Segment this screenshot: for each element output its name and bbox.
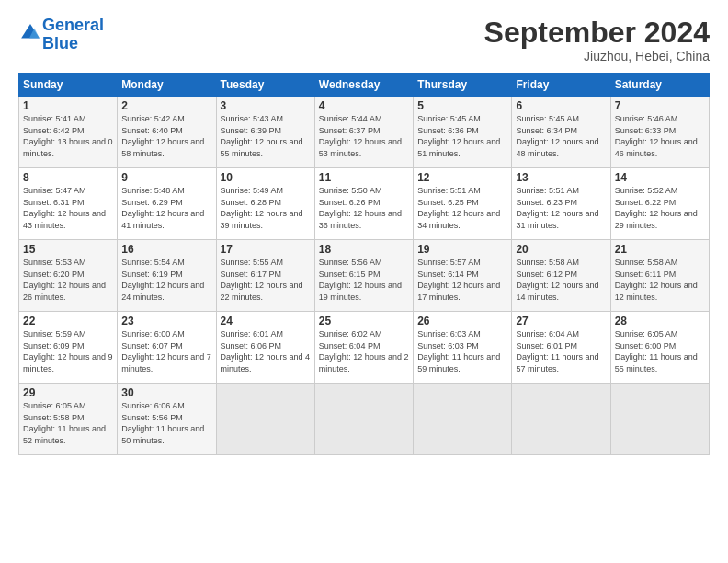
calendar-cell: 29 Sunrise: 6:05 AMSunset: 5:58 PMDaylig… [19,384,118,455]
calendar-cell: 15 Sunrise: 5:53 AMSunset: 6:20 PMDaylig… [19,240,118,312]
calendar-cell: 16 Sunrise: 5:54 AMSunset: 6:19 PMDaylig… [118,240,216,312]
day-info: Sunrise: 6:02 AMSunset: 6:04 PMDaylight:… [319,328,409,374]
day-info: Sunrise: 5:58 AMSunset: 6:12 PMDaylight:… [516,257,606,303]
day-number: 6 [516,99,606,112]
day-info: Sunrise: 5:57 AMSunset: 6:14 PMDaylight:… [417,257,507,303]
day-info: Sunrise: 6:06 AMSunset: 5:56 PMDaylight:… [121,400,211,446]
day-number: 15 [23,243,113,256]
day-info: Sunrise: 5:46 AMSunset: 6:33 PMDaylight:… [615,113,705,159]
day-number: 8 [23,171,113,184]
day-number: 25 [319,315,409,327]
month-title: September 2024 [484,17,710,49]
day-number: 21 [615,243,705,256]
day-number: 4 [319,99,409,112]
day-info: Sunrise: 6:04 AMSunset: 6:01 PMDaylight:… [516,328,606,374]
day-number: 22 [23,315,113,327]
day-info: Sunrise: 5:56 AMSunset: 6:15 PMDaylight:… [319,257,409,303]
day-info: Sunrise: 6:00 AMSunset: 6:07 PMDaylight:… [121,328,211,374]
calendar-cell: 28 Sunrise: 6:05 AMSunset: 6:00 PMDaylig… [610,312,709,384]
logo-icon [20,23,40,43]
calendar-cell: 18 Sunrise: 5:56 AMSunset: 6:15 PMDaylig… [314,240,413,312]
day-number: 18 [319,243,409,256]
day-info: Sunrise: 5:49 AMSunset: 6:28 PMDaylight:… [221,185,311,231]
week-row-3: 15 Sunrise: 5:53 AMSunset: 6:20 PMDaylig… [19,240,710,312]
day-info: Sunrise: 5:41 AMSunset: 6:42 PMDaylight:… [23,113,113,159]
day-number: 24 [221,315,311,327]
calendar-cell: 21 Sunrise: 5:58 AMSunset: 6:11 PMDaylig… [610,240,709,312]
calendar-cell [414,384,512,455]
day-info: Sunrise: 6:05 AMSunset: 6:00 PMDaylight:… [615,328,705,374]
day-number: 30 [121,386,211,399]
day-number: 28 [615,315,705,327]
page: General Blue September 2024 Jiuzhou, Heb… [0,0,728,563]
weekday-header-monday: Monday [118,74,216,97]
location: Jiuzhou, Hebei, China [484,49,710,63]
logo-text-blue: Blue [42,35,104,53]
day-info: Sunrise: 5:44 AMSunset: 6:37 PMDaylight:… [319,113,409,159]
header: General Blue September 2024 Jiuzhou, Heb… [18,17,710,63]
weekday-header-sunday: Sunday [19,74,118,97]
week-row-2: 8 Sunrise: 5:47 AMSunset: 6:31 PMDayligh… [19,168,710,240]
day-info: Sunrise: 5:51 AMSunset: 6:25 PMDaylight:… [417,185,507,231]
weekday-header-saturday: Saturday [610,74,709,97]
calendar-table: SundayMondayTuesdayWednesdayThursdayFrid… [18,73,710,455]
calendar-cell: 9 Sunrise: 5:48 AMSunset: 6:29 PMDayligh… [118,168,216,240]
calendar-cell: 7 Sunrise: 5:46 AMSunset: 6:33 PMDayligh… [610,97,709,168]
day-number: 2 [121,99,211,112]
logo-text-general: General [42,17,104,35]
calendar-cell: 8 Sunrise: 5:47 AMSunset: 6:31 PMDayligh… [19,168,118,240]
day-info: Sunrise: 5:47 AMSunset: 6:31 PMDaylight:… [23,185,113,231]
day-info: Sunrise: 5:50 AMSunset: 6:26 PMDaylight:… [319,185,409,231]
week-row-5: 29 Sunrise: 6:05 AMSunset: 5:58 PMDaylig… [19,384,710,455]
day-number: 13 [516,171,606,184]
calendar-cell: 14 Sunrise: 5:52 AMSunset: 6:22 PMDaylig… [610,168,709,240]
day-info: Sunrise: 5:45 AMSunset: 6:36 PMDaylight:… [417,113,507,159]
day-number: 9 [121,171,211,184]
day-number: 19 [417,243,507,256]
calendar-cell [216,384,314,455]
calendar-cell: 19 Sunrise: 5:57 AMSunset: 6:14 PMDaylig… [414,240,512,312]
week-row-1: 1 Sunrise: 5:41 AMSunset: 6:42 PMDayligh… [19,97,710,168]
day-info: Sunrise: 5:42 AMSunset: 6:40 PMDaylight:… [121,113,211,159]
day-number: 11 [319,171,409,184]
calendar-cell: 27 Sunrise: 6:04 AMSunset: 6:01 PMDaylig… [512,312,610,384]
day-info: Sunrise: 5:53 AMSunset: 6:20 PMDaylight:… [23,257,113,303]
day-info: Sunrise: 5:59 AMSunset: 6:09 PMDaylight:… [23,328,113,374]
weekday-header-thursday: Thursday [414,74,512,97]
calendar-cell: 13 Sunrise: 5:51 AMSunset: 6:23 PMDaylig… [512,168,610,240]
calendar-cell [314,384,413,455]
day-info: Sunrise: 6:05 AMSunset: 5:58 PMDaylight:… [23,400,113,446]
day-number: 23 [121,315,211,327]
weekday-header-row: SundayMondayTuesdayWednesdayThursdayFrid… [19,74,710,97]
calendar-cell: 2 Sunrise: 5:42 AMSunset: 6:40 PMDayligh… [118,97,216,168]
day-number: 16 [121,243,211,256]
calendar-cell: 4 Sunrise: 5:44 AMSunset: 6:37 PMDayligh… [314,97,413,168]
calendar-cell: 17 Sunrise: 5:55 AMSunset: 6:17 PMDaylig… [216,240,314,312]
calendar-cell: 12 Sunrise: 5:51 AMSunset: 6:25 PMDaylig… [414,168,512,240]
day-info: Sunrise: 5:54 AMSunset: 6:19 PMDaylight:… [121,257,211,303]
calendar-cell: 11 Sunrise: 5:50 AMSunset: 6:26 PMDaylig… [314,168,413,240]
weekday-header-tuesday: Tuesday [216,74,314,97]
week-row-4: 22 Sunrise: 5:59 AMSunset: 6:09 PMDaylig… [19,312,710,384]
calendar-cell: 3 Sunrise: 5:43 AMSunset: 6:39 PMDayligh… [216,97,314,168]
day-number: 1 [23,99,113,112]
day-number: 27 [516,315,606,327]
calendar-cell: 6 Sunrise: 5:45 AMSunset: 6:34 PMDayligh… [512,97,610,168]
day-number: 17 [221,243,311,256]
calendar-cell: 26 Sunrise: 6:03 AMSunset: 6:03 PMDaylig… [414,312,512,384]
day-info: Sunrise: 5:52 AMSunset: 6:22 PMDaylight:… [615,185,705,231]
calendar-cell: 5 Sunrise: 5:45 AMSunset: 6:36 PMDayligh… [414,97,512,168]
weekday-header-friday: Friday [512,74,610,97]
day-info: Sunrise: 5:45 AMSunset: 6:34 PMDaylight:… [516,113,606,159]
day-number: 10 [221,171,311,184]
day-number: 14 [615,171,705,184]
day-number: 26 [417,315,507,327]
calendar-cell: 22 Sunrise: 5:59 AMSunset: 6:09 PMDaylig… [19,312,118,384]
calendar-cell: 23 Sunrise: 6:00 AMSunset: 6:07 PMDaylig… [118,312,216,384]
day-info: Sunrise: 5:43 AMSunset: 6:39 PMDaylight:… [221,113,311,159]
day-info: Sunrise: 6:01 AMSunset: 6:06 PMDaylight:… [221,328,311,374]
day-number: 20 [516,243,606,256]
calendar-cell: 30 Sunrise: 6:06 AMSunset: 5:56 PMDaylig… [118,384,216,455]
day-info: Sunrise: 5:55 AMSunset: 6:17 PMDaylight:… [221,257,311,303]
day-info: Sunrise: 5:58 AMSunset: 6:11 PMDaylight:… [615,257,705,303]
